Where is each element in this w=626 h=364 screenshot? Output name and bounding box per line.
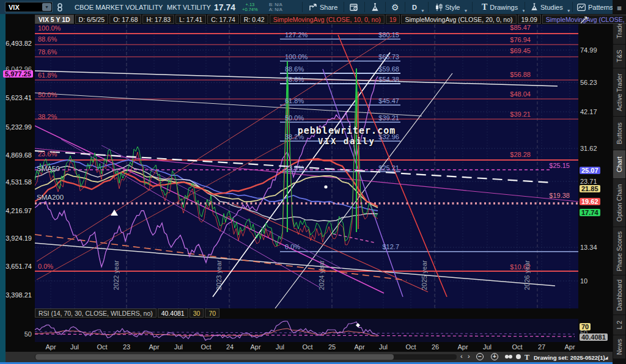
rsi-title[interactable]: RSI (14, 70, 30, CLOSE, WILDERS, no): [35, 308, 156, 318]
sidebar-menu-icon[interactable]: ≡: [613, 0, 626, 16]
chevron-down-icon: ▼: [521, 9, 526, 14]
drawing-set-caret-icon[interactable]: ◢: [605, 355, 608, 360]
toolbar-divider: [385, 2, 386, 12]
sidebar-tab-active-trader[interactable]: Active Trader: [613, 68, 625, 116]
settings-gear-icon[interactable]: ⚙: [391, 0, 399, 14]
studies-label: Studies: [540, 4, 563, 11]
scroll-left-icon[interactable]: ‹: [460, 352, 463, 360]
style-button[interactable]: Style▼: [435, 0, 468, 14]
symbol-description: CBOE MARKET VOLATILITY: [75, 0, 163, 14]
bottom-toolbar: ‹ › − + T Drawing set: 2025-0522(1) ◢: [6, 352, 613, 362]
sidebar-tab-tands[interactable]: T&S: [613, 45, 625, 68]
crosshair-style-icon[interactable]: [515, 354, 521, 361]
ohlc-close: C: 17.74: [207, 15, 239, 24]
chart-title[interactable]: VIX 5 Y 1D: [35, 15, 74, 24]
text-tool-icon: T: [482, 2, 487, 12]
chart-canvas[interactable]: [35, 24, 578, 308]
pan-icon[interactable]: [504, 354, 513, 361]
text-note-icon[interactable]: T: [525, 353, 529, 362]
ohlc-low: L: 17.41: [175, 15, 206, 24]
studies-flask-icon: [531, 3, 538, 11]
rsi-value: 40.4081: [158, 308, 188, 318]
drawings-label: Drawings: [490, 4, 518, 11]
sidebar-tab-news[interactable]: News: [613, 335, 625, 359]
scroll-right-icon[interactable]: ›: [468, 352, 470, 360]
share-label: Share: [320, 4, 337, 11]
study-sma20[interactable]: SimpleMovingAvg (CLOSE, 20, 0, no): [401, 15, 516, 24]
share-icon: [309, 4, 317, 11]
last-price: 17.74: [214, 0, 235, 14]
timeframe-button[interactable]: D▼: [412, 0, 425, 14]
patterns-label: Patterns: [588, 4, 613, 11]
sidebar-tab-option-chain[interactable]: Option Chain: [613, 179, 625, 227]
sidebar-tab-buttons[interactable]: Buttons: [613, 117, 625, 150]
drawing-set-selector[interactable]: Drawing set: 2025-0522(1): [534, 354, 605, 361]
toolbar-divider: [428, 2, 429, 12]
timeframe-label: D: [412, 4, 417, 11]
toolbar-divider: [525, 2, 525, 12]
chevron-down-icon: ▼: [463, 9, 468, 14]
sidebar-tab-dashboard[interactable]: Dashboard: [613, 275, 625, 315]
pattern-chart-icon: [577, 4, 586, 11]
style-label: Style: [445, 4, 460, 11]
study-sma20-value: 19.09: [518, 15, 541, 24]
rsi-low: 30: [190, 308, 204, 318]
ask-value: A: N/A: [269, 7, 282, 12]
symbol-link-icon[interactable]: [56, 0, 64, 14]
sidebar-tab-chart[interactable]: Chart: [613, 150, 625, 178]
rsi-panel[interactable]: [35, 319, 578, 342]
symbol-value: VIX: [6, 4, 42, 11]
rsi-high: 70: [205, 308, 219, 318]
chevron-down-icon: ▼: [421, 9, 425, 14]
change-percent: +0.74%: [242, 7, 258, 12]
time-axis[interactable]: [6, 342, 613, 352]
ohlc-high: H: 17.83: [142, 15, 174, 24]
tos-window: VIX ▼ CBOE MARKET VOLATILITY MKT VLTILIT…: [0, 0, 626, 364]
studies-button[interactable]: Studies▼: [531, 0, 571, 14]
toolbar-divider: [405, 2, 405, 12]
symbol-input[interactable]: VIX ▼: [5, 2, 53, 12]
analyze-flask-icon[interactable]: [371, 0, 379, 14]
calendar-icon[interactable]: [350, 0, 358, 14]
right-price-axis[interactable]: [578, 14, 613, 352]
sidebar-tab-trade[interactable]: Trade: [613, 16, 625, 44]
candlestick-icon: [435, 3, 443, 12]
chart-header: VIX 5 Y 1D D: 6/5/25 O: 17.68 H: 17.83 L…: [35, 15, 626, 24]
sidebar-tab-l2[interactable]: L 2: [613, 315, 625, 335]
chevron-down-icon: ▼: [567, 9, 571, 14]
ohlc-date: D: 6/5/25: [75, 15, 109, 24]
ohlc-range: R: 0.42: [240, 15, 268, 24]
toolbar-divider: [302, 2, 303, 12]
sidebar-tab-phase-scores[interactable]: Phase Scores: [613, 227, 625, 275]
study-sma10-value: 19: [386, 15, 400, 24]
left-price-axis[interactable]: [6, 14, 35, 352]
share-button[interactable]: Share: [309, 0, 337, 14]
chart-scrollbar[interactable]: [35, 354, 457, 360]
symbol-alt-description: MKT VLTILITY: [167, 0, 211, 14]
left-edge-strip: [0, 14, 6, 362]
study-sma10[interactable]: SimpleMovingAvg (CLOSE, 10, 0, no): [270, 15, 385, 24]
zoom-in-icon[interactable]: +: [491, 353, 498, 360]
toolbar-divider: [364, 2, 365, 12]
toolbar-divider: [572, 2, 573, 12]
toolbar-divider: [344, 2, 344, 12]
scrollbar-thumb[interactable]: [35, 354, 394, 360]
drawings-button[interactable]: T Drawings▼: [482, 0, 526, 14]
toolbar-divider: [472, 2, 473, 12]
rsi-header: RSI (14, 70, 30, CLOSE, WILDERS, no) 40.…: [35, 308, 219, 318]
ohlc-open: O: 17.68: [109, 15, 141, 24]
zoom-out-icon[interactable]: −: [476, 353, 484, 360]
symbol-dropdown-button[interactable]: ▼: [42, 3, 51, 11]
top-toolbar: VIX ▼ CBOE MARKET VOLATILITY MKT VLTILIT…: [0, 0, 626, 14]
right-sidebar: ≡ Trade T&S Active Trader Buttons Chart …: [613, 0, 626, 364]
